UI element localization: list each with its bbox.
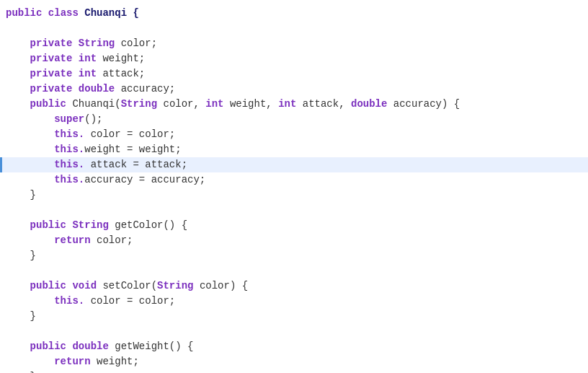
code-token: getWeight() { [109, 339, 194, 354]
code-token: . [79, 294, 84, 309]
code-token [6, 172, 54, 188]
code-token: } [6, 188, 36, 203]
code-line: return color; [0, 233, 588, 248]
code-token [42, 6, 48, 21]
code-token [6, 82, 30, 97]
code-token: getColor() { [109, 218, 187, 233]
code-line: public String getColor() { [0, 218, 588, 233]
code-token [72, 36, 78, 51]
code-line: public class Chuanqi { [0, 6, 588, 21]
code-token: String [157, 278, 193, 294]
code-token [6, 127, 54, 142]
code-token: (); [84, 112, 102, 127]
code-token [6, 142, 54, 157]
code-token: this [54, 172, 79, 188]
code-token [72, 51, 78, 66]
code-token: double [79, 82, 115, 97]
code-line: this. attack = attack; [0, 157, 588, 172]
code-token [6, 51, 30, 66]
code-token: accuracy = accuracy; [84, 172, 205, 188]
code-token: int [79, 66, 97, 82]
code-token: public [30, 97, 66, 112]
code-token: . [79, 172, 84, 188]
code-token: this [54, 294, 79, 309]
code-token: public [30, 339, 66, 354]
code-token [72, 66, 78, 82]
code-token [6, 233, 54, 248]
code-token: color; [91, 233, 133, 248]
code-token [6, 294, 54, 309]
code-token: Chuanqi { [79, 6, 139, 21]
code-token: Chuanqi( [66, 97, 121, 112]
code-token: . [79, 127, 84, 142]
code-line: public Chuanqi(String color, int weight,… [0, 97, 588, 112]
code-line: this. color = color; [0, 294, 588, 309]
code-token [6, 354, 54, 369]
code-token [6, 36, 30, 51]
code-line [0, 21, 588, 36]
code-token: this [54, 127, 79, 142]
code-line: private double accuracy; [0, 82, 588, 97]
code-token: public [30, 278, 66, 294]
code-token [66, 218, 72, 233]
code-line: } [0, 248, 588, 263]
code-line: public void setColor(String color) { [0, 278, 588, 294]
code-token: int [278, 97, 296, 112]
code-token: color = color; [84, 294, 175, 309]
code-token: accuracy) { [387, 97, 460, 112]
code-token: color; [115, 36, 157, 51]
code-token: public [30, 218, 66, 233]
code-token: setColor( [97, 278, 157, 294]
code-token: return [54, 354, 90, 369]
code-line: this. color = color; [0, 127, 588, 142]
code-line: } [0, 369, 588, 373]
code-token: int [205, 97, 223, 112]
code-line [0, 263, 588, 278]
code-token: accuracy; [115, 82, 175, 97]
code-token: . [79, 157, 84, 172]
code-line [0, 203, 588, 218]
code-token: private [30, 66, 73, 82]
code-token: class [48, 6, 79, 21]
code-token: private [30, 82, 73, 97]
code-token [6, 278, 30, 294]
code-token [6, 157, 54, 172]
code-token: weight, [224, 97, 279, 112]
code-token: public [6, 6, 42, 21]
code-token: int [79, 51, 97, 66]
code-line: private int weight; [0, 51, 588, 66]
code-token [6, 218, 30, 233]
code-token [6, 339, 30, 354]
code-token: double [351, 97, 387, 112]
code-token: String [121, 97, 157, 112]
code-token: private [30, 36, 73, 51]
code-token [6, 112, 54, 127]
code-token: attack, [296, 97, 351, 112]
code-token: weight; [91, 354, 139, 369]
code-token: attack = attack; [84, 157, 187, 172]
code-token: String [72, 218, 108, 233]
code-token: double [72, 339, 108, 354]
code-line: private String color; [0, 36, 588, 51]
code-token [72, 82, 78, 97]
code-token [6, 97, 30, 112]
code-token: private [30, 51, 73, 66]
code-line: } [0, 188, 588, 203]
code-token [6, 66, 30, 82]
code-line: this.accuracy = accuracy; [0, 172, 588, 188]
code-token: } [6, 248, 36, 263]
code-token: color, [157, 97, 205, 112]
code-token: color = color; [84, 127, 175, 142]
code-token: } [6, 309, 36, 324]
code-line: } [0, 309, 588, 324]
code-line: private int attack; [0, 66, 588, 82]
code-line: this.weight = weight; [0, 142, 588, 157]
code-token: weight = weight; [84, 142, 181, 157]
code-line: return weight; [0, 354, 588, 369]
code-token: color) { [193, 278, 248, 294]
code-line [0, 324, 588, 339]
code-token: this [54, 142, 79, 157]
code-token: weight; [97, 51, 145, 66]
code-token: } [6, 369, 36, 373]
code-token: super [54, 112, 84, 127]
